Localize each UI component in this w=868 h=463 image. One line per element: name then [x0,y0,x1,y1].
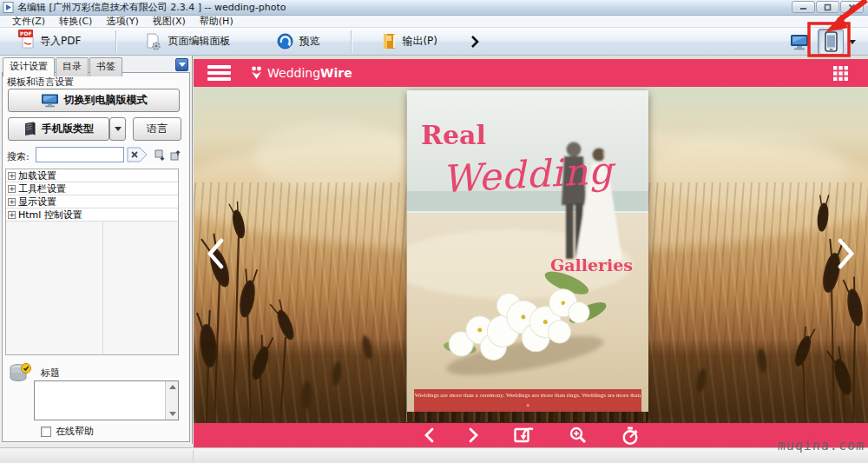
mobile-type-dropdown[interactable] [109,117,126,141]
menu-help[interactable]: 帮助(H) [193,16,240,27]
output-button[interactable]: 输出(P) [373,30,446,53]
footer-autoplay-button[interactable] [621,427,639,445]
mobile-type-button[interactable]: 手机版类型 [8,117,109,141]
next-page-arrow[interactable] [835,238,858,269]
footer-prev-button[interactable] [424,427,434,443]
expand-icon[interactable]: + [8,185,16,193]
tree-item-toolbar-settings[interactable]: + 工具栏设置 [6,182,178,195]
app-window: 名编辑 [广州万彩信息技术有限公司 2.3.4 ] -- wedding-pho… [0,0,868,463]
phone-icon [825,31,838,52]
scroll-up-icon [169,385,176,389]
cover-title-galleries: Galleries [550,255,633,274]
footer-zoom-button[interactable] [569,427,587,444]
flipbook-bottom-bar [194,423,868,447]
database-title-icon [8,361,32,386]
tab-bookmarks[interactable]: 书签 [89,57,122,76]
tree-item-label: 加载设置 [18,169,56,182]
menu-view[interactable]: 视图(X) [146,16,193,27]
app-icon [3,2,14,13]
title-bar: 名编辑 [广州万彩信息技术有限公司 2.3.4 ] -- wedding-pho… [0,0,868,16]
online-help-checkbox[interactable] [41,427,51,437]
window-title: 名编辑 [广州万彩信息技术有限公司 2.3.4 ] -- wedding-pho… [17,3,286,13]
weddingwire-logo: WeddingWire [250,66,352,81]
monitor-icon [790,34,809,50]
previous-page-arrow[interactable] [204,238,227,269]
collapse-all-icon[interactable] [154,149,167,162]
cover-bottom-strip [407,412,648,422]
menu-bar: 文件(Z) 转换(C) 选项(Y) 视图(X) 帮助(H) [0,16,868,28]
toolbar-separator [351,30,352,53]
tree-item-display-settings[interactable]: + 显示设置 [6,195,178,208]
maximize-button[interactable] [816,1,839,13]
cover-banner-line1: Weddings are more than a ceremony. Weddi… [414,391,641,410]
tree-item-label: 显示设置 [18,195,56,208]
main-toolbar: PDF 导入PDF 页面编辑面板 预览 [0,28,868,56]
preview-button[interactable]: 预览 [268,30,328,53]
watermark-text: muqina.com [778,438,865,453]
language-button[interactable]: 语言 [133,117,181,141]
flipbook-background: Real Wedding Galleries Weddings are more… [194,87,868,423]
weddingwire-logo-icon [250,66,263,81]
preview-label: 预览 [299,34,319,49]
caret-down-icon [115,127,122,131]
tab-toc[interactable]: 目录 [56,57,89,76]
preview-icon [277,33,293,50]
menu-options[interactable]: 选项(Y) [99,16,145,27]
book-icon [23,122,36,136]
brand-part2: Wire [320,66,352,80]
textarea-scrollbar[interactable] [165,381,178,420]
close-icon [848,3,856,11]
close-button[interactable] [840,1,864,13]
output-book-icon [382,33,397,50]
expand-icon[interactable]: + [8,172,16,180]
tab-design-settings[interactable]: 设计设置 [3,57,55,76]
import-pdf-button[interactable]: PDF 导入PDF [12,30,89,53]
toolbar-separator [115,30,116,53]
minimize-icon [799,3,807,10]
chevron-right-icon [470,35,479,49]
caret-down-icon [179,63,186,67]
tree-item-label: Html 控制设置 [18,208,82,222]
cover-title-real: Real [421,120,486,150]
settings-property-grid: + 加载设置 + 工具栏设置 + 显示设置 + Html 控制设置 [5,169,179,355]
tree-item-loading-settings[interactable]: + 加载设置 [6,169,178,182]
pdf-file-icon: PDF [21,32,35,51]
tree-item-html-settings[interactable]: + Html 控制设置 [6,208,178,222]
flipbook-top-bar: WeddingWire [194,59,868,87]
footer-next-button[interactable] [469,427,479,443]
panel-dropdown-button[interactable] [175,58,188,71]
brand-part1: Wedding [267,66,320,80]
output-label: 输出(P) [402,34,437,49]
mobile-type-label: 手机版类型 [42,122,94,136]
status-bar [0,447,868,463]
thumbnails-grid-icon[interactable] [832,65,849,82]
toolbar-more-button[interactable] [470,35,479,49]
settings-sidebar: 设计设置 目录 书签 模板和语言设置 切换到电脑版模式 [0,56,193,444]
flipbook-preview: Real Wedding Galleries Weddings are more… [194,56,868,447]
page-edit-button[interactable]: 页面编辑面板 [136,30,239,53]
expand-icon[interactable]: + [8,211,16,219]
mobile-view-button[interactable] [818,29,844,55]
search-input[interactable] [36,147,124,162]
expand-icon[interactable]: + [8,198,16,206]
menu-file[interactable]: 文件(Z) [5,16,52,27]
title-label: 标题 [41,367,60,380]
page-edit-label: 页面编辑面板 [168,34,230,49]
view-dropdown-caret[interactable] [849,40,856,44]
language-label: 语言 [147,122,168,136]
cover-banner-text: Weddings are more than a ceremony. Weddi… [414,389,641,412]
import-pdf-label: 导入PDF [40,34,81,49]
hamburger-menu-icon[interactable] [207,65,231,81]
pc-view-button[interactable] [786,29,812,55]
footer-flip-button[interactable] [514,427,535,444]
menu-convert[interactable]: 转换(C) [52,16,99,27]
switch-to-pc-label: 切换到电脑版模式 [64,93,148,108]
expand-all-icon[interactable] [169,149,182,162]
switch-to-pc-button[interactable]: 切换到电脑版模式 [8,89,180,112]
minimize-button[interactable] [792,1,815,13]
title-textarea[interactable] [34,380,179,420]
scroll-down-icon [169,412,176,416]
search-clear-button[interactable] [127,147,148,162]
monitor-icon [41,94,59,108]
book-cover-page[interactable]: Real Wedding Galleries Weddings are more… [407,90,648,422]
